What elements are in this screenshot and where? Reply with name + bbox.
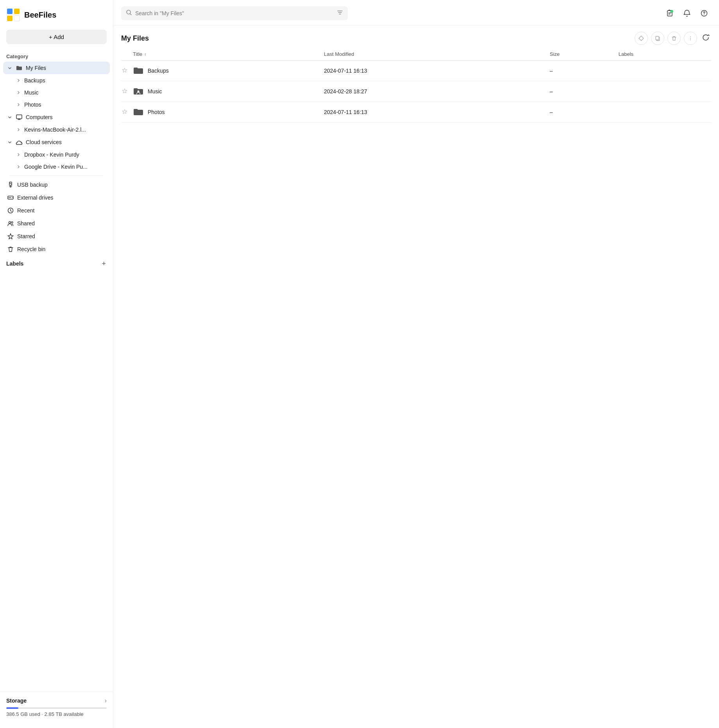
table-row: Music 2024-02-28 18:27– bbox=[121, 81, 711, 102]
trash-icon bbox=[7, 246, 14, 253]
sidebar-item-cloud-services[interactable]: Cloud services bbox=[3, 136, 110, 148]
sidebar-item-googledrive-label: Google Drive - Kevin Pu... bbox=[24, 164, 106, 170]
star-icon bbox=[7, 233, 14, 240]
storage-title: Storage bbox=[6, 698, 27, 704]
sidebar-item-shared[interactable]: Shared bbox=[3, 217, 110, 230]
chevron-down-icon bbox=[7, 139, 13, 145]
file-last-modified: 2024-07-11 16:13 bbox=[324, 61, 550, 81]
sidebar-item-backups-label: Backups bbox=[24, 77, 106, 84]
labels-title: Labels bbox=[6, 261, 23, 267]
title-column-header[interactable]: Title ↑ bbox=[133, 48, 324, 61]
star-cell bbox=[121, 81, 133, 102]
sidebar-item-photos[interactable]: Photos bbox=[3, 99, 110, 111]
notifications-button[interactable] bbox=[680, 6, 694, 20]
svg-rect-1 bbox=[7, 9, 13, 14]
sidebar-item-cloud-services-label: Cloud services bbox=[26, 139, 106, 145]
chevron-down-icon bbox=[7, 114, 13, 120]
storage-section: Storage › 386.5 GB used · 2.85 TB availa… bbox=[0, 691, 113, 722]
sidebar-item-backups[interactable]: Backups bbox=[3, 75, 110, 86]
computer-icon bbox=[16, 114, 23, 121]
chevron-right-icon bbox=[16, 102, 21, 107]
svg-point-23 bbox=[690, 39, 691, 40]
sidebar-item-usb-backup-label: USB backup bbox=[17, 182, 106, 188]
filter-icon[interactable] bbox=[337, 9, 343, 17]
svg-point-16 bbox=[671, 10, 673, 13]
sidebar-item-my-files-label: My Files bbox=[26, 65, 106, 71]
storage-used: 386.5 GB used bbox=[6, 711, 40, 717]
star-button[interactable] bbox=[121, 67, 128, 75]
file-labels bbox=[619, 81, 711, 102]
people-icon bbox=[7, 220, 14, 227]
size-column-header: Size bbox=[550, 48, 619, 61]
file-name-cell[interactable]: Backups bbox=[133, 61, 324, 81]
sidebar-item-computers[interactable]: Computers bbox=[3, 111, 110, 123]
filelist-header: My Files bbox=[113, 25, 719, 48]
folder-icon bbox=[133, 65, 144, 76]
svg-rect-2 bbox=[14, 9, 20, 14]
chevron-right-icon bbox=[16, 90, 21, 95]
filelist-title: My Files bbox=[121, 34, 149, 43]
topbar-actions bbox=[663, 6, 711, 20]
sidebar-item-dropbox[interactable]: Dropbox - Kevin Purdy bbox=[3, 149, 110, 161]
storage-chevron-icon[interactable]: › bbox=[105, 697, 107, 704]
topbar bbox=[113, 0, 719, 25]
search-input[interactable] bbox=[135, 10, 334, 16]
category-section-label: Category bbox=[0, 50, 113, 62]
last-modified-column-header: Last Modified bbox=[324, 48, 550, 61]
sidebar-item-macbook[interactable]: Kevins-MacBook-Air-2.l... bbox=[3, 124, 110, 136]
file-name-cell[interactable]: Photos bbox=[133, 102, 324, 123]
refresh-button[interactable] bbox=[700, 32, 711, 45]
sidebar-item-recycle-bin[interactable]: Recycle bin bbox=[3, 243, 110, 255]
chevron-right-icon bbox=[16, 164, 21, 170]
sidebar-item-shared-label: Shared bbox=[17, 220, 106, 227]
file-name-cell[interactable]: Music bbox=[133, 81, 324, 102]
sidebar-item-external-drives[interactable]: External drives bbox=[3, 191, 110, 204]
search-box bbox=[121, 6, 348, 20]
usb-icon bbox=[7, 181, 14, 188]
sidebar-item-recent[interactable]: Recent bbox=[3, 204, 110, 217]
svg-rect-5 bbox=[16, 115, 22, 119]
star-button[interactable] bbox=[121, 108, 128, 116]
star-column-header bbox=[121, 48, 133, 61]
add-button[interactable]: + Add bbox=[6, 30, 107, 44]
svg-point-10 bbox=[12, 197, 13, 198]
svg-rect-4 bbox=[14, 16, 20, 21]
cloud-icon bbox=[16, 139, 23, 146]
labels-column-header: Labels bbox=[619, 48, 711, 61]
sidebar-item-my-files[interactable]: My Files bbox=[3, 62, 110, 74]
file-size: – bbox=[550, 81, 619, 102]
help-button[interactable] bbox=[697, 6, 711, 20]
storage-usage-text: 386.5 GB used · 2.85 TB available bbox=[6, 711, 107, 717]
delete-action-button[interactable] bbox=[667, 32, 681, 45]
sidebar-nav: My Files Backups Music Photos bbox=[0, 62, 113, 255]
sidebar-item-external-drives-label: External drives bbox=[17, 194, 106, 201]
sidebar-item-music-label: Music bbox=[24, 89, 106, 96]
sidebar-item-googledrive[interactable]: Google Drive - Kevin Pu... bbox=[3, 161, 110, 173]
sidebar-item-dropbox-label: Dropbox - Kevin Purdy bbox=[24, 152, 106, 158]
sidebar-item-usb-backup[interactable]: USB backup bbox=[3, 178, 110, 191]
more-action-button[interactable] bbox=[684, 32, 697, 45]
table-row: Backups 2024-07-11 16:13– bbox=[121, 61, 711, 81]
title-sort[interactable]: Title ↑ bbox=[133, 51, 319, 57]
sidebar-item-starred[interactable]: Starred bbox=[3, 230, 110, 243]
copy-action-button[interactable] bbox=[651, 32, 664, 45]
labels-section: Labels + bbox=[0, 255, 113, 270]
main-content: My Files bbox=[113, 0, 719, 728]
file-name: Backups bbox=[148, 68, 169, 74]
sidebar-item-computers-label: Computers bbox=[26, 114, 106, 120]
file-last-modified: 2024-02-28 18:27 bbox=[324, 81, 550, 102]
file-labels bbox=[619, 102, 711, 123]
folder-icon bbox=[16, 64, 23, 71]
file-table-body: Backups 2024-07-11 16:13– Music 2024-02-… bbox=[121, 61, 711, 123]
clipboard-button[interactable] bbox=[663, 6, 677, 20]
add-label-button[interactable]: + bbox=[101, 260, 107, 267]
file-size: – bbox=[550, 61, 619, 81]
svg-rect-20 bbox=[656, 36, 659, 40]
star-button[interactable] bbox=[121, 87, 128, 96]
sidebar-item-music[interactable]: Music bbox=[3, 87, 110, 98]
label-action-button[interactable] bbox=[635, 32, 648, 45]
chevron-down-icon bbox=[7, 65, 13, 71]
svg-point-18 bbox=[704, 14, 705, 15]
star-cell bbox=[121, 102, 133, 123]
nav-divider bbox=[9, 175, 104, 176]
